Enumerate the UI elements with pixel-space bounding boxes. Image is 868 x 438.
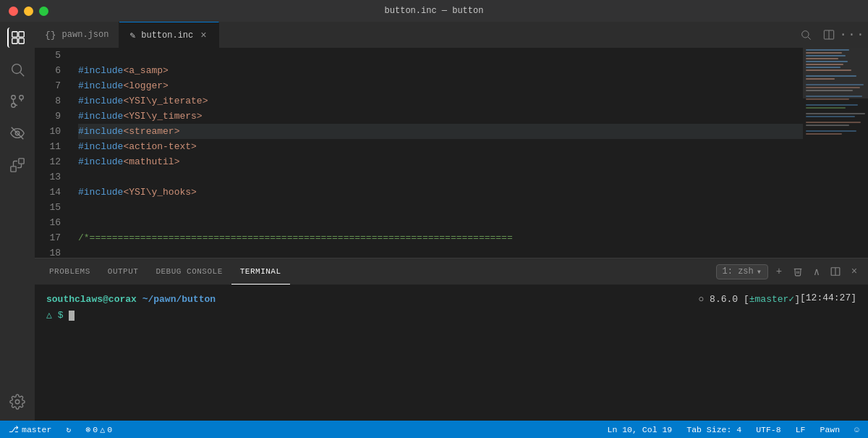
minimap-svg	[803, 48, 868, 258]
panel-tab-terminal[interactable]: TERMINAL	[231, 258, 290, 285]
warning-icon: △	[100, 424, 105, 434]
status-position: Ln 10, Col 19	[608, 425, 673, 434]
status-encoding-item[interactable]: UTF-8	[753, 421, 784, 438]
code-line-11: #include <action-text>	[78, 139, 803, 154]
search-editor-icon[interactable]	[796, 25, 816, 45]
close-panel-icon[interactable]: ×	[846, 264, 862, 279]
svg-point-13	[15, 400, 20, 404]
line-num-7: 7	[35, 78, 61, 93]
line-numbers: 5 6 7 8 9 10 11 12 13 14 15 16 17 18	[35, 48, 72, 258]
status-lineending-item[interactable]: LF	[793, 421, 809, 438]
titlebar: button.inc — button	[0, 0, 868, 22]
main-container: {} pawn.json ✎ button.inc ×	[0, 22, 868, 421]
svg-point-4	[12, 64, 22, 74]
status-lineending: LF	[796, 425, 806, 434]
line-num-13: 13	[35, 169, 61, 185]
svg-rect-2	[12, 38, 17, 43]
status-branch-item[interactable]: ⎇ master	[6, 421, 54, 438]
minimap	[803, 48, 868, 258]
activity-icon-search[interactable]	[7, 59, 27, 80]
status-position-item[interactable]: Ln 10, Col 19	[605, 421, 676, 438]
code-line-16	[78, 215, 803, 230]
svg-rect-39	[806, 130, 856, 132]
panel-tabs: PROBLEMS OUTPUT DEBUG CONSOLE TERMINAL 1…	[35, 258, 868, 285]
close-button[interactable]	[9, 7, 18, 16]
line-num-11: 11	[35, 139, 61, 154]
tab-pawn-json[interactable]: {} pawn.json	[35, 22, 119, 48]
code-line-14: #include <YSI\y_hooks>	[78, 185, 803, 200]
svg-line-5	[20, 72, 24, 76]
svg-rect-38	[806, 125, 849, 126]
code-line-9: #include <YSI\y_timers>	[78, 109, 803, 124]
status-smiley-item[interactable]: ☺	[851, 421, 862, 438]
minimize-button[interactable]	[24, 7, 33, 16]
terminal-cursor	[69, 311, 75, 321]
code-line-6: #include <a_samp>	[78, 63, 803, 78]
terminal-path: ~/pawn/button	[142, 294, 216, 305]
terminal-node-bracket-close: ]	[794, 294, 800, 305]
kill-terminal-icon[interactable]	[790, 264, 806, 279]
status-bar: ⎇ master ↻ ⊗ 0 △ 0 Ln 10, Col 19 Tab Siz…	[0, 421, 868, 438]
svg-rect-34	[806, 107, 846, 109]
tab-button-inc-label: button.inc	[141, 30, 193, 41]
panel-tab-output[interactable]: OUTPUT	[99, 258, 148, 285]
terminal-user: southclaws	[46, 294, 103, 305]
code-line-10: #include <streamer>	[78, 124, 803, 139]
svg-point-6	[12, 96, 16, 100]
add-terminal-icon[interactable]: +	[771, 264, 787, 279]
activity-icon-explorer[interactable]	[7, 28, 27, 48]
tab-bar-actions: ···	[796, 25, 868, 45]
terminal-prompt-line: southclaws@corax ~/pawn/button ○ 8.6.0 […	[46, 292, 856, 308]
line-num-10: 10	[35, 124, 61, 139]
svg-rect-37	[806, 122, 861, 123]
terminal-branch: ±	[749, 294, 755, 305]
terminal-host: corax	[109, 294, 137, 305]
status-tabsize-item[interactable]: Tab Size: 4	[684, 421, 744, 438]
line-num-5: 5	[35, 48, 61, 63]
svg-point-7	[20, 96, 24, 100]
line-num-15: 15	[35, 200, 61, 215]
panel-tab-problems[interactable]: PROBLEMS	[41, 258, 99, 285]
svg-rect-0	[12, 32, 17, 37]
status-sync-item[interactable]: ↻	[63, 421, 74, 438]
svg-line-15	[808, 37, 811, 40]
tab-button-inc[interactable]: ✎ button.inc ×	[119, 22, 218, 48]
panel-tab-debug-console[interactable]: DEBUG CONSOLE	[147, 258, 231, 285]
svg-rect-35	[806, 113, 865, 114]
maximize-button[interactable]	[39, 7, 48, 16]
split-terminal-icon[interactable]	[827, 264, 843, 279]
terminal-check: ✓	[788, 294, 794, 305]
terminal-selector[interactable]: 1: zsh ▾	[716, 264, 768, 279]
terminal-time: [12:44:27]	[800, 290, 856, 306]
terminal-branch-name: master	[755, 294, 789, 305]
code-line-13	[78, 169, 803, 185]
status-errors-item[interactable]: ⊗ 0 △ 0	[82, 421, 115, 438]
svg-rect-12	[19, 159, 24, 164]
activity-icon-settings[interactable]	[7, 392, 27, 412]
line-num-18: 18	[35, 245, 61, 258]
editor-area: {} pawn.json ✎ button.inc ×	[35, 22, 868, 421]
more-actions-icon[interactable]: ···	[842, 25, 862, 45]
code-content[interactable]: #include <a_samp> #include <logger> #inc…	[72, 48, 803, 258]
terminal-content: [12:44:27] southclaws@corax ~/pawn/butto…	[35, 285, 868, 421]
tab-button-inc-close[interactable]: ×	[199, 28, 208, 43]
line-num-6: 6	[35, 63, 61, 78]
svg-rect-33	[806, 104, 858, 106]
activity-icon-source-control[interactable]	[7, 91, 27, 111]
status-tabsize: Tab Size: 4	[686, 425, 741, 434]
activity-icon-extensions[interactable]	[7, 155, 27, 175]
activity-bar	[0, 22, 35, 421]
code-line-8: #include <YSI\y_iterate>	[78, 93, 803, 109]
terminal-node-branch: ○ 8.6.0 [±master✓]	[698, 292, 800, 308]
line-num-16: 16	[35, 215, 61, 230]
status-language-item[interactable]: Pawn	[817, 421, 843, 438]
svg-rect-36	[806, 116, 855, 117]
svg-rect-1	[19, 32, 24, 37]
split-editor-icon[interactable]	[819, 25, 839, 45]
scroll-up-icon[interactable]: ∧	[809, 264, 825, 279]
status-left: ⎇ master ↻ ⊗ 0 △ 0	[6, 421, 115, 438]
status-language: Pawn	[820, 425, 840, 434]
tab-bar: {} pawn.json ✎ button.inc ×	[35, 22, 868, 48]
code-editor[interactable]: 5 6 7 8 9 10 11 12 13 14 15 16 17 18 #in…	[35, 48, 868, 258]
activity-icon-no-eye[interactable]	[7, 123, 27, 143]
